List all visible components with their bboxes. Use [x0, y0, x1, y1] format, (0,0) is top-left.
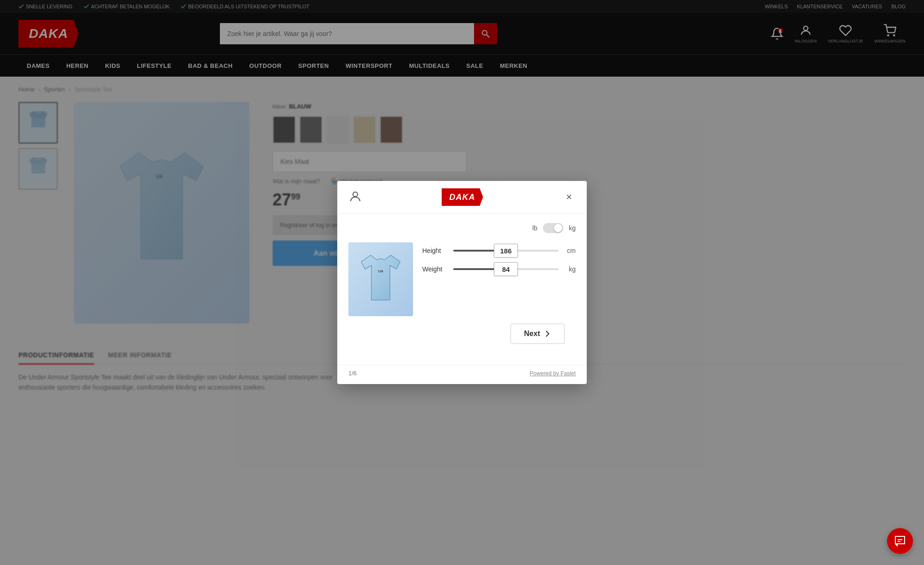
height-unit: cm	[564, 247, 576, 254]
height-slider-track[interactable]: 186	[453, 250, 559, 252]
powered-by-link[interactable]: Powered by Faslet	[530, 370, 576, 377]
modal-sliders: Height 186 cm Weight 84	[422, 242, 576, 316]
shirt-preview: UA	[348, 242, 413, 316]
modal-header: DAKA ×	[337, 181, 587, 214]
unit-toggle: lb kg	[348, 223, 576, 233]
size-advisor-modal: DAKA × lb kg	[337, 181, 587, 384]
modal-user-icon	[348, 189, 362, 205]
unit-toggle-switch[interactable]	[543, 223, 563, 233]
modal-logo-text: DAKA	[450, 192, 475, 202]
weight-slider-track[interactable]: 84	[453, 268, 559, 270]
height-slider-row: Height 186 cm	[422, 247, 576, 254]
chat-button[interactable]	[887, 528, 913, 554]
page-indicator: 1/6	[348, 370, 357, 377]
svg-text:UA: UA	[378, 269, 383, 273]
unit-kg-label: kg	[569, 224, 576, 232]
modal-content-area: UA Height 186 cm	[348, 242, 576, 316]
weight-unit: kg	[564, 265, 576, 273]
modal-bottom: 1/6 Powered by Faslet	[337, 365, 587, 384]
height-label: Height	[422, 247, 448, 254]
modal-logo: DAKA	[442, 188, 483, 206]
unit-lb-label: lb	[532, 224, 537, 232]
weight-label: Weight	[422, 265, 448, 273]
modal-body: lb kg UA	[337, 214, 587, 365]
next-button[interactable]: Next	[511, 324, 565, 344]
modal-close-button[interactable]: ×	[562, 189, 576, 205]
modal-footer-actions: Next	[348, 316, 576, 351]
svg-point-10	[353, 192, 358, 197]
modal-overlay[interactable]: DAKA × lb kg	[0, 0, 924, 565]
height-value[interactable]: 186	[494, 244, 518, 258]
weight-value[interactable]: 84	[494, 262, 518, 276]
weight-slider-row: Weight 84 kg	[422, 265, 576, 273]
